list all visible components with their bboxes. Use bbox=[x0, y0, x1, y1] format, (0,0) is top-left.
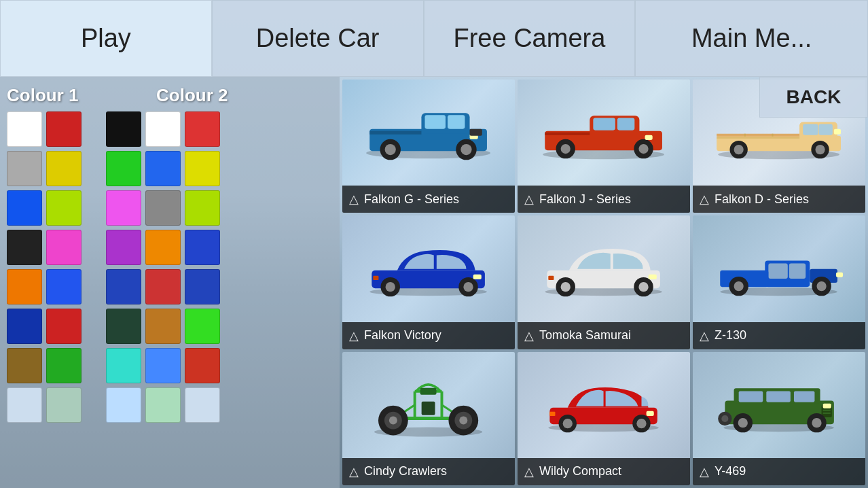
car-svg-falkon-j bbox=[535, 95, 672, 169]
vehicle-name: Tomoka Samurai bbox=[539, 328, 631, 343]
toolbar: Play Delete Car Free Camera Main Me... bbox=[0, 0, 868, 77]
swatch[interactable] bbox=[185, 151, 220, 186]
svg-rect-26 bbox=[803, 124, 818, 135]
color-row bbox=[106, 111, 220, 147]
swatch[interactable] bbox=[106, 151, 141, 186]
svg-rect-5 bbox=[370, 131, 422, 135]
swatch[interactable] bbox=[106, 230, 141, 265]
vehicle-card-tomoka[interactable]: △ Tomoka Samurai bbox=[518, 215, 690, 349]
vehicle-card-z130[interactable]: △ Z-130 bbox=[693, 215, 865, 349]
swatch[interactable] bbox=[7, 309, 42, 344]
back-button[interactable]: BACK bbox=[759, 77, 868, 118]
swatch[interactable] bbox=[46, 348, 82, 383]
swatch[interactable] bbox=[7, 230, 42, 265]
svg-point-48 bbox=[561, 282, 571, 292]
swatch[interactable] bbox=[46, 190, 82, 226]
svg-point-42 bbox=[464, 282, 473, 292]
color-row bbox=[7, 269, 82, 304]
delete-car-button[interactable]: Delete Car bbox=[212, 0, 424, 77]
vehicle-name: Wildy Compact bbox=[539, 464, 621, 478]
vehicle-label: △ Falkon D - Series bbox=[693, 186, 865, 213]
play-button[interactable]: Play bbox=[0, 0, 212, 77]
swatch[interactable] bbox=[145, 151, 181, 186]
vehicle-card-wildy[interactable]: △ Wildy Compact bbox=[518, 352, 690, 485]
vehicle-card-y469[interactable]: △ Y-469 bbox=[693, 352, 865, 485]
vehicle-icon: △ bbox=[700, 328, 709, 343]
color-row bbox=[7, 387, 82, 423]
svg-rect-17 bbox=[545, 133, 590, 135]
swatch[interactable] bbox=[145, 309, 181, 344]
swatch[interactable] bbox=[185, 111, 220, 147]
swatch[interactable] bbox=[46, 309, 82, 344]
car-svg-tomoka bbox=[535, 232, 672, 306]
swatch[interactable] bbox=[46, 387, 82, 423]
car-svg-falkon-v bbox=[359, 232, 497, 306]
swatch[interactable] bbox=[145, 230, 181, 265]
swatch[interactable] bbox=[106, 309, 141, 344]
vehicle-name: Y-469 bbox=[715, 464, 746, 478]
swatch[interactable] bbox=[185, 387, 220, 423]
color-row bbox=[106, 348, 220, 383]
swatch[interactable] bbox=[46, 230, 82, 265]
svg-point-19 bbox=[561, 144, 571, 154]
swatch[interactable] bbox=[185, 190, 220, 226]
svg-rect-96 bbox=[823, 413, 831, 414]
free-camera-button[interactable]: Free Camera bbox=[424, 0, 636, 77]
swatch[interactable] bbox=[7, 151, 42, 186]
svg-rect-91 bbox=[767, 391, 791, 402]
swatch[interactable] bbox=[145, 269, 181, 304]
car-svg-wildy bbox=[535, 368, 672, 442]
swatch[interactable] bbox=[106, 111, 141, 147]
vehicle-card-falkon-j[interactable]: △ Falkon J - Series bbox=[518, 80, 690, 213]
colour2-header: Colour 2 bbox=[156, 85, 333, 106]
swatch[interactable] bbox=[185, 309, 220, 344]
swatch[interactable] bbox=[145, 111, 181, 147]
swatch[interactable] bbox=[106, 190, 141, 226]
vehicle-label: △ Wildy Compact bbox=[518, 458, 690, 485]
car-svg-z130 bbox=[710, 232, 848, 306]
color-row bbox=[7, 230, 82, 265]
swatch[interactable] bbox=[46, 111, 82, 147]
vehicle-label: △ Falkon G - Series bbox=[342, 186, 515, 213]
color-panel: Colour 1 Colour 2 bbox=[0, 77, 340, 488]
svg-point-40 bbox=[386, 282, 395, 292]
swatch[interactable] bbox=[145, 387, 181, 423]
svg-rect-16 bbox=[617, 118, 634, 130]
vehicle-card-falkon-g[interactable]: △ Falkon G - Series bbox=[342, 80, 515, 213]
swatch[interactable] bbox=[145, 190, 181, 226]
vehicle-label: △ Falkon J - Series bbox=[518, 186, 690, 213]
car-image bbox=[342, 215, 515, 321]
svg-rect-4 bbox=[448, 116, 465, 129]
svg-point-62 bbox=[817, 281, 827, 291]
swatch[interactable] bbox=[7, 348, 42, 383]
vehicle-name: Z-130 bbox=[715, 328, 746, 343]
vehicle-icon: △ bbox=[524, 464, 534, 479]
swatch[interactable] bbox=[185, 348, 220, 383]
color-row bbox=[106, 190, 220, 226]
color-row bbox=[106, 151, 220, 186]
swatch[interactable] bbox=[185, 230, 220, 265]
vehicle-name: Falkon D - Series bbox=[715, 192, 809, 207]
vehicle-card-falkon-v[interactable]: △ Falkon Victory bbox=[342, 215, 515, 349]
swatch[interactable] bbox=[46, 151, 82, 186]
swatch[interactable] bbox=[185, 269, 220, 304]
vehicle-card-cindy[interactable]: △ Cindy Crawlers bbox=[342, 352, 515, 485]
svg-rect-86 bbox=[550, 412, 556, 416]
swatch[interactable] bbox=[7, 387, 42, 423]
swatch[interactable] bbox=[46, 269, 82, 304]
swatch[interactable] bbox=[145, 348, 181, 383]
swatch[interactable] bbox=[106, 269, 141, 304]
car-svg-falkon-g bbox=[359, 95, 497, 169]
vehicle-icon: △ bbox=[349, 464, 359, 479]
vehicle-icon: △ bbox=[700, 192, 709, 207]
svg-rect-92 bbox=[794, 391, 814, 402]
swatch[interactable] bbox=[7, 111, 42, 147]
swatch[interactable] bbox=[7, 269, 42, 304]
swatch[interactable] bbox=[106, 348, 141, 383]
car-image bbox=[342, 80, 515, 186]
swatch[interactable] bbox=[7, 190, 42, 226]
swatch[interactable] bbox=[106, 387, 141, 423]
main-menu-button[interactable]: Main Me... bbox=[635, 0, 868, 77]
svg-rect-27 bbox=[819, 124, 833, 135]
car-image bbox=[518, 215, 690, 321]
